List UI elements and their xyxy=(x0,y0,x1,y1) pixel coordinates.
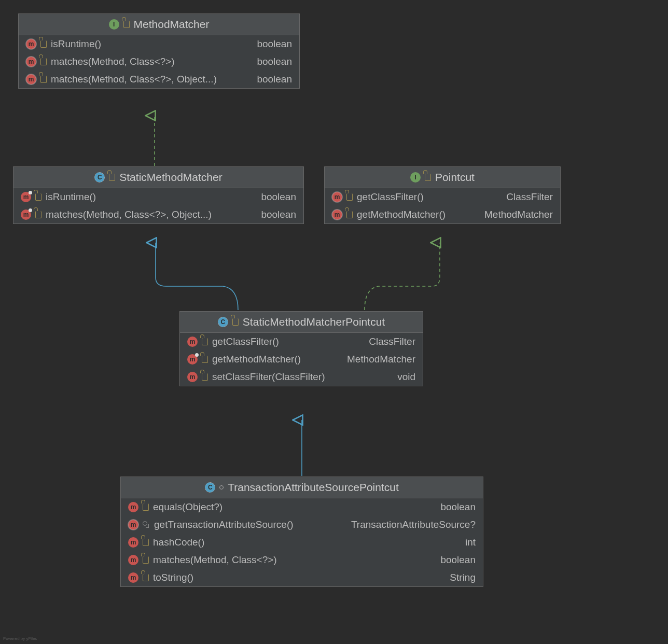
visibility-icon xyxy=(40,40,47,48)
visibility-icon xyxy=(425,174,431,181)
visibility-icon xyxy=(35,211,41,218)
method-icon: m xyxy=(128,572,138,583)
interface-icon: I xyxy=(410,172,421,183)
member-signature: getTransactionAttributeSource() xyxy=(154,519,294,530)
class-box-methodmatcher[interactable]: I MethodMatcher m isRuntime() boolean m … xyxy=(18,13,300,89)
member-return: boolean xyxy=(257,56,292,67)
visibility-icon xyxy=(109,174,115,181)
method-icon: m xyxy=(128,502,138,512)
visibility-icon xyxy=(123,21,130,28)
member-signature: getMethodMatcher() xyxy=(212,354,301,365)
class-header: C StaticMethodMatcher xyxy=(13,167,303,188)
method-icon: m xyxy=(21,209,31,220)
abstract-modifier-icon xyxy=(219,485,224,489)
visibility-icon xyxy=(143,539,149,546)
member-signature: getMethodMatcher() xyxy=(357,209,446,220)
member-return: boolean xyxy=(440,501,476,513)
member-return: TransactionAttributeSource? xyxy=(351,519,476,530)
member-row[interactable]: m matches(Method, Class<?>, Object...) b… xyxy=(13,206,303,223)
method-icon: m xyxy=(332,192,342,202)
member-signature: setClassFilter(ClassFilter) xyxy=(212,371,325,383)
member-return: boolean xyxy=(257,74,292,85)
member-signature: toString() xyxy=(153,572,193,583)
class-name: TransactionAttributeSourcePointcut xyxy=(228,481,399,494)
method-icon: m xyxy=(128,537,138,548)
method-icon: m xyxy=(26,74,36,85)
member-row[interactable]: m matches(Method, Class<?>, Object...) b… xyxy=(19,71,299,88)
class-box-staticmethodmatcherpointcut[interactable]: C StaticMethodMatcherPointcut m getClass… xyxy=(179,311,423,386)
member-return: MethodMatcher xyxy=(347,354,415,365)
member-row[interactable]: m getClassFilter() ClassFilter xyxy=(325,188,560,206)
class-icon: C xyxy=(94,172,105,183)
member-return: boolean xyxy=(261,191,296,203)
member-signature: matches(Method, Class<?>) xyxy=(153,554,277,566)
member-signature: matches(Method, Class<?>, Object...) xyxy=(46,209,212,220)
class-box-pointcut[interactable]: I Pointcut m getClassFilter() ClassFilte… xyxy=(324,166,561,224)
member-row[interactable]: m isRuntime() boolean xyxy=(13,188,303,206)
method-icon: m xyxy=(128,520,138,530)
member-signature: isRuntime() xyxy=(51,38,101,50)
member-return: int xyxy=(465,537,476,548)
member-return: void xyxy=(397,371,415,383)
member-row[interactable]: m isRuntime() boolean xyxy=(19,35,299,53)
method-icon: m xyxy=(21,192,31,202)
member-signature: matches(Method, Class<?>) xyxy=(51,56,175,67)
member-row[interactable]: m getClassFilter() ClassFilter xyxy=(180,333,423,351)
member-row[interactable]: m getMethodMatcher() MethodMatcher xyxy=(325,206,560,223)
member-row[interactable]: m hashCode() int xyxy=(121,534,483,551)
member-signature: isRuntime() xyxy=(46,191,96,203)
visibility-icon xyxy=(202,373,208,381)
visibility-icon xyxy=(202,338,208,345)
class-header: C StaticMethodMatcherPointcut xyxy=(180,312,423,333)
class-name: MethodMatcher xyxy=(134,18,210,31)
method-icon: m xyxy=(332,209,342,220)
arrow-extends xyxy=(156,243,238,310)
member-return: ClassFilter xyxy=(506,191,553,203)
method-icon: m xyxy=(187,337,198,347)
member-signature: equals(Object?) xyxy=(153,501,222,513)
member-row[interactable]: m matches(Method, Class<?>) boolean xyxy=(19,53,299,71)
arrow-implements xyxy=(365,243,440,310)
class-name: StaticMethodMatcherPointcut xyxy=(243,316,385,328)
member-return: boolean xyxy=(257,38,292,50)
member-row[interactable]: m getTransactionAttributeSource() Transa… xyxy=(121,516,483,534)
class-box-transactionattributesourcepointcut[interactable]: C TransactionAttributeSourcePointcut m e… xyxy=(120,477,483,587)
visibility-icon xyxy=(35,193,41,201)
member-signature: hashCode() xyxy=(153,537,204,548)
class-name: StaticMethodMatcher xyxy=(119,171,222,184)
watermark-text: Powered by yFiles xyxy=(3,636,37,641)
member-signature: getClassFilter() xyxy=(212,336,279,347)
class-icon: C xyxy=(205,482,215,493)
member-return: boolean xyxy=(440,554,476,566)
class-header: I MethodMatcher xyxy=(19,14,299,35)
member-row[interactable]: m toString() String xyxy=(121,569,483,586)
visibility-icon xyxy=(202,356,208,363)
member-row[interactable]: m equals(Object?) boolean xyxy=(121,498,483,516)
member-row[interactable]: m setClassFilter(ClassFilter) void xyxy=(180,368,423,386)
class-icon: C xyxy=(218,317,228,327)
member-return: MethodMatcher xyxy=(484,209,553,220)
visibility-icon xyxy=(346,193,353,201)
member-return: String xyxy=(450,572,476,583)
class-header: C TransactionAttributeSourcePointcut xyxy=(121,477,483,498)
member-return: boolean xyxy=(261,209,296,220)
protected-icon xyxy=(143,521,150,528)
class-header: I Pointcut xyxy=(325,167,560,188)
visibility-icon xyxy=(40,76,47,83)
class-name: Pointcut xyxy=(435,171,475,184)
method-icon: m xyxy=(26,57,36,67)
member-row[interactable]: m matches(Method, Class<?>) boolean xyxy=(121,551,483,569)
member-signature: matches(Method, Class<?>, Object...) xyxy=(51,74,217,85)
method-icon: m xyxy=(187,372,198,382)
method-icon: m xyxy=(187,354,198,365)
class-box-staticmethodmatcher[interactable]: C StaticMethodMatcher m isRuntime() bool… xyxy=(13,166,304,224)
visibility-icon xyxy=(143,556,149,564)
visibility-icon xyxy=(40,58,47,65)
visibility-icon xyxy=(232,318,239,326)
member-row[interactable]: m getMethodMatcher() MethodMatcher xyxy=(180,351,423,368)
member-return: ClassFilter xyxy=(369,336,415,347)
visibility-icon xyxy=(143,574,149,581)
visibility-icon xyxy=(346,211,353,218)
visibility-icon xyxy=(143,503,149,511)
method-icon: m xyxy=(128,555,138,565)
